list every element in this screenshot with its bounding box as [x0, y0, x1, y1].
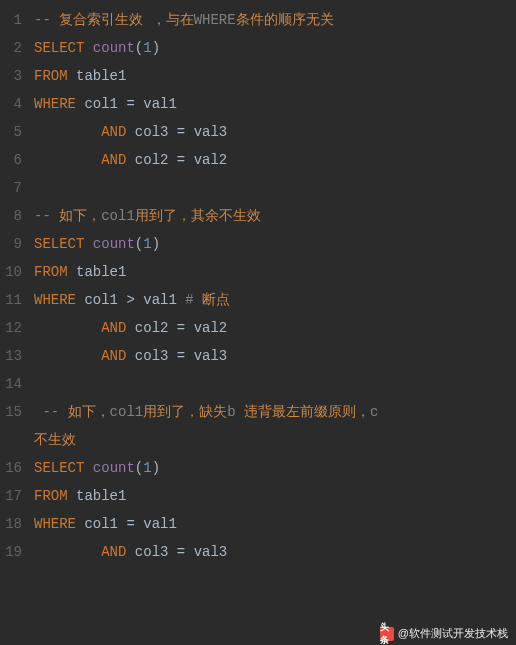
- code-line: 不生效: [0, 426, 516, 454]
- token-comment-cn: 条件的顺序无关: [236, 12, 334, 28]
- code-content: SELECT count(1): [34, 230, 516, 258]
- code-line: 15 -- 如下，col1用到了，缺失b 违背最左前缀原则，c: [0, 398, 516, 426]
- token-ident: col1: [76, 292, 126, 308]
- line-number: 8: [0, 202, 34, 230]
- token-ident: col1: [76, 516, 126, 532]
- token-op: =: [126, 516, 134, 532]
- token-func: count: [93, 236, 135, 252]
- token-keyword: AND: [101, 124, 126, 140]
- token-keyword: AND: [101, 348, 126, 364]
- line-number: 5: [0, 118, 34, 146]
- code-content: -- 复合索引生效 ，与在WHERE条件的顺序无关: [34, 6, 516, 34]
- code-content: FROM table1: [34, 258, 516, 286]
- token-ident: val3: [185, 348, 227, 364]
- line-number: 4: [0, 90, 34, 118]
- line-number: 11: [0, 286, 34, 314]
- code-content: FROM table1: [34, 482, 516, 510]
- code-line: 2SELECT count(1): [0, 34, 516, 62]
- token-ident: [34, 124, 101, 140]
- token-ident: col3: [126, 124, 176, 140]
- code-content: [34, 174, 516, 202]
- code-line: 10FROM table1: [0, 258, 516, 286]
- line-number: 3: [0, 62, 34, 90]
- code-content: AND col2 = val2: [34, 314, 516, 342]
- token-ident: val1: [135, 292, 185, 308]
- code-content: WHERE col1 = val1: [34, 90, 516, 118]
- token-comment: c: [370, 404, 378, 420]
- code-line: 5 AND col3 = val3: [0, 118, 516, 146]
- line-number: 6: [0, 146, 34, 174]
- token-keyword: SELECT: [34, 460, 84, 476]
- code-content: AND col3 = val3: [34, 342, 516, 370]
- code-content: 不生效: [34, 426, 516, 454]
- code-content: -- 如下，col1用到了，其余不生效: [34, 202, 516, 230]
- token-num: 1: [143, 460, 151, 476]
- token-ident: val3: [185, 544, 227, 560]
- line-number: 14: [0, 370, 34, 398]
- token-func: count: [93, 460, 135, 476]
- token-comment: col1: [101, 208, 135, 224]
- token-ident: [84, 460, 92, 476]
- code-content: AND col3 = val3: [34, 538, 516, 566]
- token-ident: val3: [185, 124, 227, 140]
- line-number: 7: [0, 174, 34, 202]
- token-paren: (: [135, 236, 143, 252]
- token-paren: ): [152, 236, 160, 252]
- token-comment: --: [34, 404, 68, 420]
- token-ident: val2: [185, 152, 227, 168]
- code-line: 11WHERE col1 > val1 # 断点: [0, 286, 516, 314]
- token-ident: val2: [185, 320, 227, 336]
- token-ident: [84, 236, 92, 252]
- token-keyword: AND: [101, 544, 126, 560]
- token-comment: --: [34, 12, 59, 28]
- token-hash: #: [185, 292, 202, 308]
- token-keyword: AND: [101, 152, 126, 168]
- code-content: WHERE col1 = val1: [34, 510, 516, 538]
- line-number: 12: [0, 314, 34, 342]
- code-content: -- 如下，col1用到了，缺失b 违背最左前缀原则，c: [34, 398, 516, 426]
- code-line: 1-- 复合索引生效 ，与在WHERE条件的顺序无关: [0, 6, 516, 34]
- line-number: 15: [0, 398, 34, 426]
- token-comment-cn: 用到了，其余不生效: [135, 208, 261, 224]
- token-num: 1: [143, 236, 151, 252]
- code-line: 16SELECT count(1): [0, 454, 516, 482]
- line-number: 19: [0, 538, 34, 566]
- code-line: 12 AND col2 = val2: [0, 314, 516, 342]
- token-ident: col3: [126, 544, 176, 560]
- token-ident: col2: [126, 320, 176, 336]
- token-op: =: [177, 348, 185, 364]
- code-line: 19 AND col3 = val3: [0, 538, 516, 566]
- token-comment-cn: 断点: [202, 292, 230, 308]
- line-number: 17: [0, 482, 34, 510]
- token-op: =: [177, 320, 185, 336]
- attribution-text: @软件测试开发技术栈: [398, 627, 508, 639]
- code-line: 7: [0, 174, 516, 202]
- attribution: 头条@软件测试开发技术栈: [380, 626, 508, 641]
- token-comment: b: [227, 404, 244, 420]
- line-number: 9: [0, 230, 34, 258]
- code-content: SELECT count(1): [34, 454, 516, 482]
- token-keyword: WHERE: [34, 516, 76, 532]
- code-line: 17FROM table1: [0, 482, 516, 510]
- line-number: 18: [0, 510, 34, 538]
- token-op: =: [126, 96, 134, 112]
- token-ident: [34, 320, 101, 336]
- token-ident: val1: [135, 516, 177, 532]
- code-content: FROM table1: [34, 62, 516, 90]
- token-ident: col2: [126, 152, 176, 168]
- token-paren: (: [135, 40, 143, 56]
- token-func: count: [93, 40, 135, 56]
- token-op: =: [177, 152, 185, 168]
- line-number: [0, 426, 34, 454]
- token-keyword: FROM: [34, 68, 68, 84]
- code-line: 8-- 如下，col1用到了，其余不生效: [0, 202, 516, 230]
- line-number: 10: [0, 258, 34, 286]
- token-ident: [34, 152, 101, 168]
- token-keyword: AND: [101, 320, 126, 336]
- token-op: >: [126, 292, 134, 308]
- token-comment-cn: 复合索引生效 ，与在: [59, 12, 193, 28]
- token-ident: col1: [76, 96, 126, 112]
- line-number: 13: [0, 342, 34, 370]
- token-keyword: FROM: [34, 488, 68, 504]
- token-ident: table1: [68, 488, 127, 504]
